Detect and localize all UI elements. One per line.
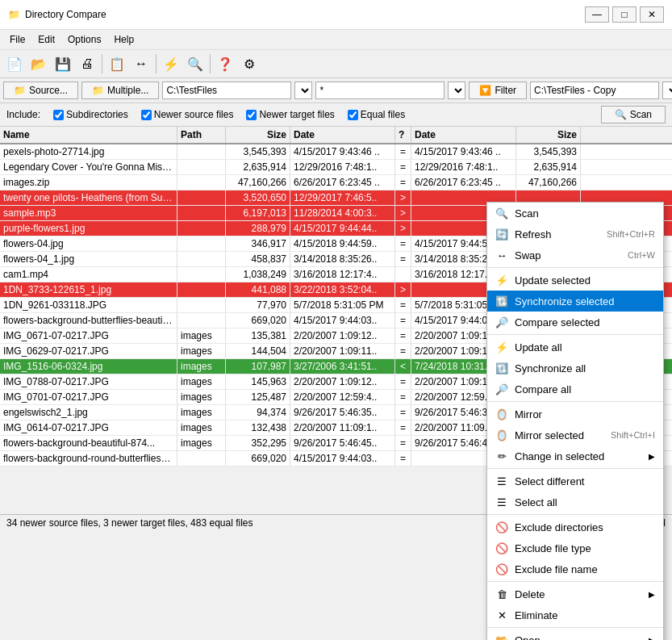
cm-item-mirror-selected[interactable]: 🪞 Mirror selected Shift+Ctrl+I bbox=[487, 425, 663, 445]
file-path bbox=[177, 175, 226, 190]
table-row[interactable]: pexels-photo-27714.jpg 3,545,393 4/15/20… bbox=[0, 144, 672, 160]
file-ind: > bbox=[395, 190, 411, 205]
cm-item-select-all[interactable]: ☰ Select all bbox=[487, 492, 663, 512]
file-size: 441,088 bbox=[226, 282, 290, 297]
header-size2: Size bbox=[516, 127, 581, 143]
file-ind: = bbox=[395, 175, 411, 190]
cm-sep-after-select-all bbox=[487, 514, 663, 515]
close-button[interactable]: ✕ bbox=[640, 6, 664, 23]
cm-item-update-all[interactable]: ⚡ Update all bbox=[487, 337, 663, 358]
multiple-btn1[interactable]: 📁 Multiple... bbox=[81, 82, 159, 99]
source-button[interactable]: 📁 Source... bbox=[3, 82, 78, 99]
file-ind: > bbox=[395, 206, 411, 220]
cm-item-delete[interactable]: 🗑 Delete ▶ bbox=[487, 584, 663, 604]
save-button[interactable]: 💾 bbox=[52, 52, 74, 75]
cm-arrow-change-in-selected: ▶ bbox=[649, 452, 655, 461]
file-path bbox=[177, 313, 226, 328]
swap-button[interactable]: ↔ bbox=[130, 52, 152, 75]
cm-icon-update-selected: ⚡ bbox=[495, 274, 508, 287]
cm-sep-after-exclude-file-name bbox=[487, 581, 663, 582]
cm-item-eliminate[interactable]: ✕ Eliminate bbox=[487, 604, 663, 625]
scan-icon: 🔍 bbox=[615, 109, 627, 120]
file-size: 288,979 bbox=[226, 221, 290, 236]
minimize-button[interactable]: — bbox=[585, 6, 609, 23]
file-name: IMG_0671-07-0217.JPG bbox=[0, 328, 177, 343]
table-row[interactable]: images.zip 47,160,266 6/26/2017 6:23:45 … bbox=[0, 175, 672, 190]
cm-icon-synchronize-all: 🔃 bbox=[495, 362, 508, 374]
save-all-button[interactable]: 🖨 bbox=[76, 52, 98, 75]
cm-label-exclude-file-type: Exclude file type bbox=[515, 542, 655, 554]
target-path-select[interactable] bbox=[662, 82, 672, 99]
cm-item-select-different[interactable]: ☰ Select different bbox=[487, 471, 663, 492]
cm-item-swap[interactable]: ↔ Swap Ctrl+W bbox=[487, 245, 663, 266]
cm-item-update-selected[interactable]: ⚡ Update selected bbox=[487, 270, 663, 291]
app-icon: 📁 bbox=[8, 9, 20, 20]
cm-item-exclude-file-type[interactable]: 🚫 Exclude file type bbox=[487, 538, 663, 558]
cm-item-change-in-selected[interactable]: ✏ Change in selected ▶ bbox=[487, 445, 663, 466]
file-date: 2/20/2007 12:59:4.. bbox=[290, 390, 395, 404]
file-ind: = bbox=[395, 236, 411, 251]
file-path: images bbox=[177, 390, 226, 404]
source-path-select[interactable] bbox=[294, 82, 312, 99]
scan-button[interactable]: 🔍 Scan bbox=[601, 106, 666, 123]
help-button[interactable]: ❓ bbox=[214, 52, 236, 75]
file-path bbox=[177, 190, 226, 205]
cm-label-exclude-dirs: Exclude directories bbox=[515, 521, 655, 533]
filter-button[interactable]: 🔽 Filter bbox=[469, 82, 527, 99]
menu-file[interactable]: File bbox=[3, 31, 31, 48]
file-size: 47,160,266 bbox=[226, 175, 290, 190]
source-path-input[interactable] bbox=[162, 82, 291, 99]
file-date: 12/29/2016 7:48:1.. bbox=[290, 160, 395, 174]
file-name: flowers-background-butterflies-beautiful… bbox=[0, 313, 177, 328]
file-size2: 2,635,914 bbox=[516, 160, 581, 174]
cm-item-scan[interactable]: 🔍 Scan bbox=[487, 203, 663, 224]
cm-item-mirror[interactable]: 🪞 Mirror bbox=[487, 404, 663, 425]
file-ind: = bbox=[395, 390, 411, 404]
cm-item-compare-selected[interactable]: 🔎 Compare selected bbox=[487, 312, 663, 333]
cm-label-open: Open bbox=[515, 634, 642, 641]
source-label: Source... bbox=[29, 85, 68, 96]
compare-button[interactable]: 🔍 bbox=[184, 52, 207, 75]
file-ind: = bbox=[395, 313, 411, 328]
app-title: Directory Compare bbox=[25, 9, 106, 20]
file-path bbox=[177, 144, 226, 159]
file-ind: > bbox=[395, 282, 411, 297]
menu-help[interactable]: Help bbox=[107, 31, 140, 48]
subdirectories-checkbox[interactable]: Subdirectories bbox=[53, 109, 128, 120]
filter-input[interactable] bbox=[315, 82, 445, 99]
filter-select[interactable] bbox=[448, 82, 465, 99]
file-date: 3/14/2018 8:35:26.. bbox=[290, 252, 395, 266]
cm-item-exclude-dirs[interactable]: 🚫 Exclude directories bbox=[487, 517, 663, 538]
target-path-input[interactable] bbox=[530, 82, 659, 99]
cm-item-synchronize-all[interactable]: 🔃 Synchronize all bbox=[487, 358, 663, 379]
table-row[interactable]: Legendary Cover - You're Gonna Miss Me .… bbox=[0, 160, 672, 175]
cm-item-refresh[interactable]: 🔄 Refresh Shift+Ctrl+R bbox=[487, 224, 663, 245]
toolbar: 📄 📂 💾 🖨 📋 ↔ ⚡ 🔍 ❓ ⚙ bbox=[0, 50, 672, 78]
equal-files-checkbox[interactable]: Equal files bbox=[348, 109, 405, 120]
sync-buttons[interactable]: ⚡ bbox=[160, 52, 182, 75]
open-button[interactable]: 📂 bbox=[27, 52, 50, 75]
cm-item-compare-all[interactable]: 🔎 Compare all bbox=[487, 379, 663, 399]
cm-item-open[interactable]: 📂 Open ▶ bbox=[487, 630, 663, 640]
file-size: 135,381 bbox=[226, 328, 290, 343]
cm-item-exclude-file-name[interactable]: 🚫 Exclude file name bbox=[487, 558, 663, 579]
file-name: flowers-background-round-butterflies-bea… bbox=[0, 451, 177, 466]
newer-target-checkbox[interactable]: Newer target files bbox=[246, 109, 334, 120]
maximize-button[interactable]: □ bbox=[612, 6, 637, 23]
cm-sep-after-compare-selected bbox=[487, 334, 663, 335]
menu-edit[interactable]: Edit bbox=[31, 31, 61, 48]
clipboard-button[interactable]: 📋 bbox=[106, 52, 128, 75]
file-size: 2,635,914 bbox=[226, 160, 290, 174]
new-button[interactable]: 📄 bbox=[3, 52, 26, 75]
menu-options[interactable]: Options bbox=[61, 31, 107, 48]
file-name: Legendary Cover - You're Gonna Miss Me .… bbox=[0, 160, 177, 174]
multiple-label1: Multiple... bbox=[107, 85, 148, 96]
newer-source-checkbox[interactable]: Newer source files bbox=[141, 109, 234, 120]
cm-label-exclude-file-name: Exclude file name bbox=[515, 563, 655, 575]
scan-label: Scan bbox=[630, 109, 652, 120]
cm-item-synchronize-selected[interactable]: 🔃 Synchronize selected bbox=[487, 291, 663, 312]
settings-button[interactable]: ⚙ bbox=[238, 52, 261, 75]
file-path: images bbox=[177, 328, 226, 343]
cm-label-compare-selected: Compare selected bbox=[515, 316, 655, 328]
file-path: images bbox=[177, 405, 226, 420]
